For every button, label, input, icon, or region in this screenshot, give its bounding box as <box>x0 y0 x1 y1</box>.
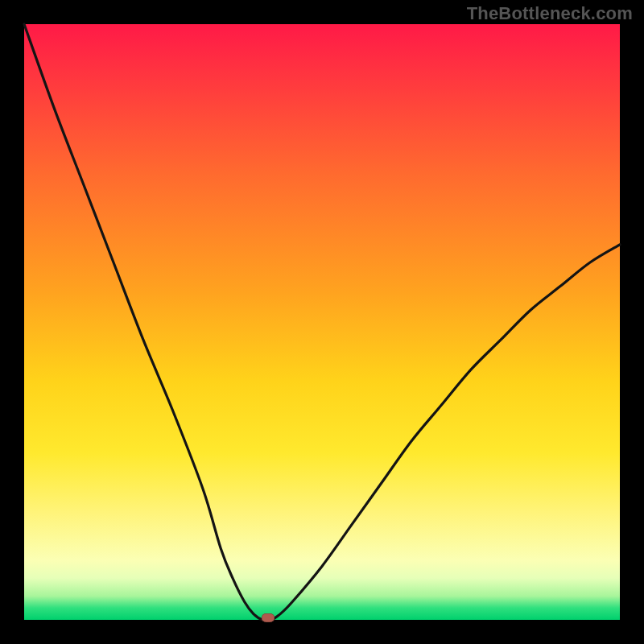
curve-svg <box>24 24 620 620</box>
chart-frame: TheBottleneck.com <box>0 0 644 644</box>
bottleneck-curve <box>24 24 620 621</box>
watermark-text: TheBottleneck.com <box>467 3 633 24</box>
plot-area <box>24 24 620 620</box>
optimal-point-marker <box>262 613 275 622</box>
